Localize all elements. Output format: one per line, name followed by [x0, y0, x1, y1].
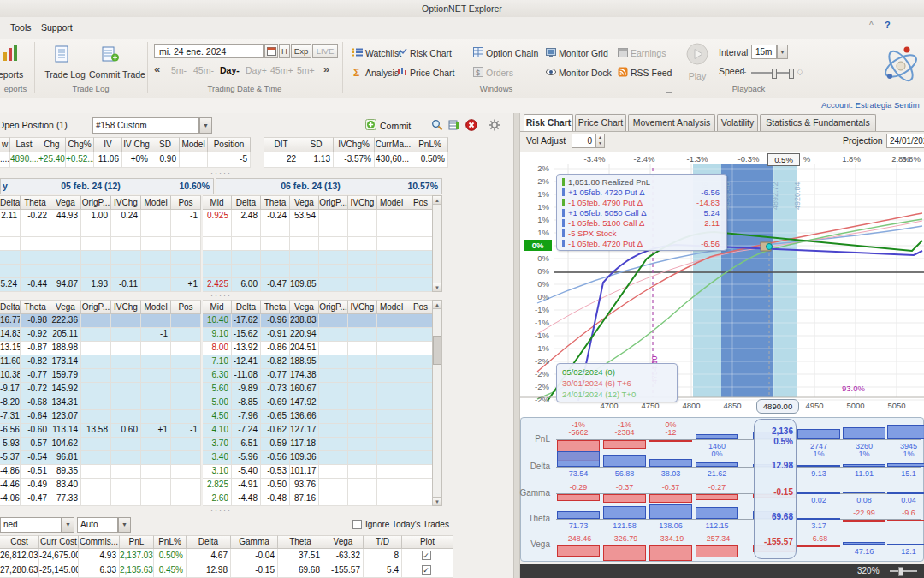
table-cell [377, 251, 406, 265]
interval-select[interactable]: 15m [751, 45, 777, 59]
greek-bar-delta [887, 463, 924, 467]
legend-chip-icon [562, 178, 565, 186]
tab-price-chart[interactable]: Price Chart [575, 114, 626, 131]
trade-log-button[interactable]: Trade Log [41, 69, 89, 80]
ribbon-collapse-icon[interactable]: ^ [869, 21, 874, 30]
app-logo-icon [881, 44, 921, 88]
column-header: Theta [278, 535, 323, 549]
table-cell [319, 424, 348, 438]
ignore-trades-checkbox[interactable] [352, 520, 362, 529]
exp-button[interactable]: Exp [291, 44, 311, 58]
zoom-slider-track[interactable] [890, 570, 917, 572]
auto-combo-arrow[interactable]: ▼ [118, 517, 131, 533]
calendar-icon[interactable] [264, 44, 278, 58]
commit-button[interactable]: Commit [380, 121, 411, 131]
table-cell [319, 396, 348, 410]
vol-adjust-spinner[interactable]: ▲▼ [595, 134, 605, 148]
table-cell [171, 237, 201, 251]
nav-Day[interactable]: Day- [220, 65, 240, 75]
table1-scrollbar-down-arrow[interactable]: ▼ [432, 283, 442, 292]
plot-checkbox[interactable]: ✓ [422, 551, 431, 560]
hour-button[interactable]: H [279, 44, 290, 58]
auto-combo[interactable]: Auto [77, 517, 118, 533]
vol-adjust-input[interactable]: 0 [572, 134, 595, 148]
table-cell: -1 [171, 424, 201, 438]
table1-scrollbar-up-arrow[interactable]: ▲ [432, 195, 442, 205]
play-button[interactable]: Play [686, 71, 708, 81]
menu-item-tools[interactable]: Tools [5, 21, 37, 35]
nav-45m[interactable]: 45m+ [270, 65, 293, 75]
windows-button-price-chart[interactable]: Price Chart [397, 67, 455, 79]
speed-slider-handle[interactable] [772, 69, 777, 79]
splitter-dots[interactable]: ····· [0, 507, 442, 514]
tab-risk-chart[interactable]: Risk Chart [524, 114, 573, 131]
projection-date-input[interactable]: 24/01/202 [886, 134, 924, 148]
account-link[interactable]: Account: Estrategia Sentim [821, 100, 924, 110]
legend-chip-icon [562, 240, 565, 247]
speed-plus-icon[interactable]: ♢ [796, 67, 804, 78]
search-icon[interactable] [431, 119, 443, 133]
table2-scrollbar-up-arrow[interactable]: ▲ [432, 300, 442, 309]
nav-5m[interactable]: 5m+ [297, 65, 315, 75]
position-editor-icon[interactable] [448, 119, 460, 133]
windows-button-rss-feed[interactable]: RSS Feed [618, 67, 672, 79]
column-header: SD [151, 137, 180, 152]
menu-item-support[interactable]: Support [36, 21, 78, 35]
table1-scrollbar[interactable] [432, 195, 442, 292]
zoom-slider-handle[interactable] [898, 567, 903, 576]
windows-button-risk-chart[interactable]: Risk Chart [397, 47, 452, 59]
splitter-dots[interactable]: ····· [0, 292, 442, 299]
table2-scrollbar[interactable] [432, 300, 442, 506]
tab-statistics-fundamentals[interactable]: Statistics & Fundamentals [760, 114, 876, 131]
trading-date-input[interactable]: mi. 24 ene. 2024 [154, 44, 264, 58]
table2-scrollbar-down-arrow[interactable]: ▼ [432, 497, 442, 506]
windows-button-analysis[interactable]: ΣAnalysis [352, 67, 399, 79]
table-cell [141, 251, 171, 265]
display-mode-combo-arrow[interactable]: ▼ [62, 517, 74, 533]
table-cell: -5.93 [0, 438, 21, 451]
panel-splitter[interactable] [513, 113, 520, 578]
nav-5m[interactable]: 5m- [171, 65, 187, 75]
live-button[interactable]: LIVE [312, 44, 338, 58]
speed-minus-icon[interactable]: − [741, 67, 746, 77]
table-cell [348, 438, 377, 451]
dialog-launcher-icon[interactable] [666, 86, 672, 93]
windows-button-monitor-grid[interactable]: Monitor Grid [546, 47, 608, 59]
speed-slider-handle-2[interactable] [789, 69, 794, 79]
table-cell: -0.86 [261, 342, 290, 355]
nav-Day[interactable]: Day+ [246, 65, 267, 75]
table-cell [319, 438, 348, 451]
reports-button[interactable]: eports [0, 69, 23, 80]
column-header: IVChg% [334, 137, 375, 152]
step-forward-arrow[interactable]: » [323, 63, 329, 75]
windows-button-option-chain[interactable]: Option Chain [473, 47, 538, 59]
greek-value-label: 71.73 [557, 521, 600, 530]
help-icon[interactable]: ? [885, 20, 891, 30]
greek-bar-vega [557, 545, 600, 557]
splitter-dots[interactable]: ····· [0, 170, 442, 176]
table2-scrollbar-thumb[interactable] [433, 336, 441, 365]
display-mode-combo[interactable]: ned [0, 517, 62, 533]
plot-checkbox[interactable]: ✓ [422, 565, 431, 575]
position-combo-arrow[interactable]: ▼ [199, 117, 212, 134]
table-cell [141, 210, 171, 223]
position-combo[interactable]: #158 Custom [92, 117, 199, 134]
column-header: CurrMa... [375, 137, 412, 152]
greek-value-label: 38.03 [649, 469, 692, 478]
nav-45m[interactable]: 45m- [193, 65, 214, 75]
interval-dropdown-arrow[interactable]: ▼ [777, 45, 788, 59]
table-cell [171, 314, 201, 328]
table-cell [203, 265, 232, 278]
table-cell [203, 251, 232, 265]
table-cell [21, 265, 50, 278]
close-position-icon[interactable] [465, 119, 477, 133]
settings-gear-icon[interactable] [489, 119, 500, 133]
step-back-arrow[interactable]: « [154, 63, 160, 75]
table-cell [141, 342, 171, 355]
table-cell: 9.10 [203, 328, 232, 342]
windows-button-monitor-dock[interactable]: Monitor Dock [546, 67, 612, 79]
commit-trade-button[interactable]: Commit Trade [89, 69, 137, 80]
tab-movement-analysis[interactable]: Movement Analysis [628, 114, 715, 131]
windows-button-watchlist[interactable]: Watchlist [352, 47, 401, 59]
tab-volatility[interactable]: Volatility [717, 114, 758, 131]
